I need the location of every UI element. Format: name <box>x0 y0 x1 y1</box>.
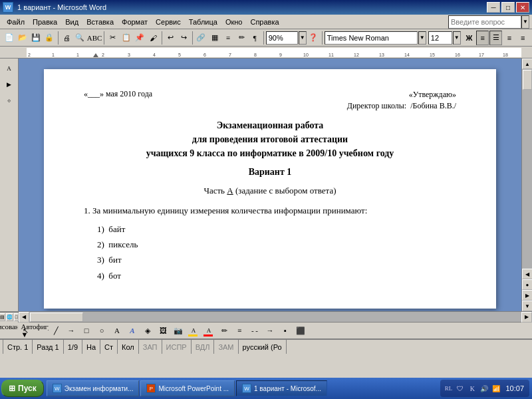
status-na: На <box>82 340 100 354</box>
menu-view[interactable]: Вид <box>61 17 82 27</box>
bold-button[interactable]: Ж <box>463 31 475 45</box>
font-input[interactable] <box>325 31 418 45</box>
zoom-dropdown-arrow[interactable]: ▼ <box>299 31 307 45</box>
status-bar: Стр. 1 Разд 1 1/9 На Ст Кол ЗАП ИСПР ВДЛ… <box>0 339 532 354</box>
scroll-left-button[interactable]: ◀ <box>19 312 29 323</box>
tray-av-icon[interactable]: K <box>467 383 477 394</box>
taskbar-item-ppt[interactable]: P Microsoft PowerPoint ... <box>140 380 235 396</box>
scroll-prev-page-button[interactable]: ◀ <box>522 269 532 279</box>
shadow-button[interactable]: ▪ <box>278 323 293 338</box>
drawing-button[interactable]: ✏ <box>235 31 247 45</box>
ruler: 2 1 1 2 3 4 5 6 7 8 9 10 11 12 13 14 15 … <box>0 47 532 59</box>
horizontal-scrollbar[interactable]: ▤ 🌐 □ ◀ ▶ <box>0 311 532 322</box>
table-button[interactable]: ▦ <box>208 31 221 45</box>
menu-help[interactable]: Справка <box>246 17 283 27</box>
h-scroll-thumb[interactable] <box>30 313 83 322</box>
font-size-input[interactable] <box>428 31 452 45</box>
left-tool-2[interactable]: ▶ <box>2 77 17 92</box>
left-tool-3[interactable]: ⟐ <box>2 93 17 108</box>
normal-view-button[interactable]: ▤ <box>0 313 5 321</box>
menu-edit[interactable]: Правка <box>29 17 61 27</box>
align-center-button[interactable]: ☰ <box>489 31 502 45</box>
align-right-button[interactable]: ≡ <box>476 31 489 45</box>
scroll-select-button[interactable]: ● <box>522 279 532 290</box>
close-button[interactable]: ✕ <box>516 2 529 13</box>
document-page: «___» мая 2010 года «Утверждаю» Директор… <box>44 69 496 309</box>
paste-button[interactable]: 📌 <box>133 31 146 45</box>
scroll-next-page-button[interactable]: ▶ <box>522 290 532 301</box>
status-page: Стр. 1 <box>3 340 33 354</box>
image-button[interactable]: 📷 <box>171 323 186 338</box>
scroll-up-button[interactable]: ▲ <box>522 59 532 69</box>
wordart-button[interactable]: A <box>125 323 140 338</box>
cut-button[interactable]: ✂ <box>106 31 119 45</box>
menu-table[interactable]: Таблица <box>185 17 221 27</box>
minimize-button[interactable]: ─ <box>487 2 500 13</box>
document-area[interactable]: «___» мая 2010 года «Утверждаю» Директор… <box>19 59 521 311</box>
print-preview-button[interactable]: 🔍 <box>74 31 86 45</box>
line-color-button[interactable]: ✏ <box>217 323 231 338</box>
tray-lang-icon[interactable]: RL <box>443 383 454 394</box>
redo-button[interactable]: ↪ <box>178 31 190 45</box>
open-button[interactable]: 📂 <box>16 31 29 45</box>
vertical-scrollbar[interactable]: ▲ ◀ ● ▶ ▼ <box>521 59 532 311</box>
show-hide-button[interactable]: ¶ <box>249 31 261 45</box>
tray-security-icon[interactable]: 🛡 <box>455 383 466 394</box>
start-button[interactable]: ⊞ Пуск <box>1 380 44 397</box>
h-scroll-track[interactable] <box>29 312 521 322</box>
permission-button[interactable]: 🔒 <box>43 31 56 45</box>
menu-file[interactable]: Файл <box>3 17 29 27</box>
rectangle-button[interactable]: □ <box>79 323 94 338</box>
help-dropdown-arrow[interactable]: ▼ <box>521 15 529 29</box>
clipart-button[interactable]: 🖼 <box>156 323 170 338</box>
arrow-button[interactable]: → <box>64 323 78 338</box>
line-button[interactable]: ╱ <box>49 323 63 338</box>
new-button[interactable]: 📄 <box>3 31 15 45</box>
zoom-input[interactable] <box>266 31 298 45</box>
3d-button[interactable]: ⬛ <box>293 323 308 338</box>
undo-button[interactable]: ↩ <box>164 31 177 45</box>
web-view-button[interactable]: 🌐 <box>6 313 13 321</box>
menu-service[interactable]: Сервис <box>152 17 185 27</box>
oval-button[interactable]: ○ <box>94 323 109 338</box>
app-icon: W <box>3 2 13 13</box>
print-view-button[interactable]: □ <box>14 313 18 321</box>
format-painter-button[interactable]: 🖌 <box>147 31 160 45</box>
autoshapes-button[interactable]: Автофигуры ▼ <box>33 323 48 338</box>
tray-volume-icon[interactable]: 📶 <box>491 383 501 394</box>
align-left-button[interactable]: ≡ <box>503 31 515 45</box>
left-tool-1[interactable]: A <box>2 61 17 76</box>
menu-window[interactable]: Окно <box>221 17 247 27</box>
help-input[interactable] <box>448 15 521 29</box>
dash-style-button[interactable]: - - <box>247 323 262 338</box>
line-style-button[interactable]: ≡ <box>232 323 247 338</box>
menu-format[interactable]: Формат <box>118 17 152 27</box>
maximize-button[interactable]: □ <box>501 2 515 13</box>
font-dropdown-arrow[interactable]: ▼ <box>418 31 426 45</box>
print-button[interactable]: 🖨 <box>61 31 73 45</box>
font-color-button[interactable]: A <box>201 323 216 338</box>
hyperlink-button[interactable]: 🔗 <box>195 31 207 45</box>
size-dropdown-arrow[interactable]: ▼ <box>453 31 461 45</box>
columns-button[interactable]: ≡ <box>221 31 234 45</box>
scroll-down-button[interactable]: ▼ <box>522 301 532 311</box>
status-lang: русский (Ро <box>239 340 287 354</box>
diagram-button[interactable]: ◈ <box>140 323 155 338</box>
menu-insert[interactable]: Вставка <box>82 17 118 27</box>
taskbar-item-exam[interactable]: W Экзамен информати... <box>47 380 140 396</box>
scroll-track[interactable] <box>522 69 532 269</box>
draw-menu-button[interactable]: Рисование ▼ <box>3 323 17 338</box>
spell-button[interactable]: ABC <box>87 31 102 45</box>
textbox-button[interactable]: A <box>110 323 124 338</box>
status-section: Разд 1 <box>33 340 63 354</box>
help-button[interactable]: ❓ <box>307 31 320 45</box>
taskbar-item-word[interactable]: W 1 вариант - Microsof... <box>236 380 327 396</box>
align-justify-button[interactable]: ≡ <box>517 31 529 45</box>
scroll-right-button[interactable]: ▶ <box>521 312 532 323</box>
tray-network-icon[interactable]: 🔊 <box>479 383 489 394</box>
scroll-thumb[interactable] <box>523 70 532 90</box>
fill-color-button[interactable]: A <box>186 323 201 338</box>
arrow-style-button[interactable]: → <box>263 323 277 338</box>
save-button[interactable]: 💾 <box>29 31 42 45</box>
copy-button[interactable]: 📋 <box>120 31 132 45</box>
